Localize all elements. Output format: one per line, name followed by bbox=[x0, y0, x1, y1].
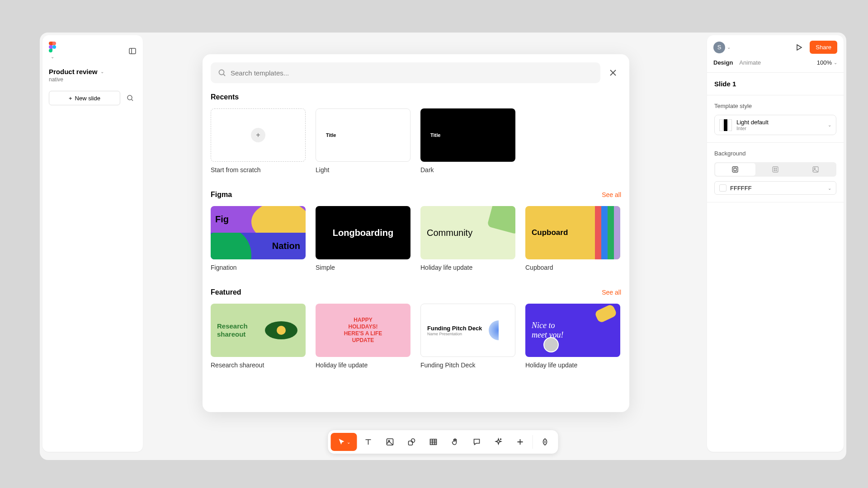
chevron-down-icon: ⌄ bbox=[828, 186, 831, 191]
template-card-cupboard[interactable]: Cupboard Cupboard bbox=[525, 206, 620, 271]
card-label: Holiday life update bbox=[525, 361, 620, 369]
new-slide-button[interactable]: + New slide bbox=[49, 91, 120, 105]
color-value: FFFFFF bbox=[730, 185, 824, 192]
svg-point-10 bbox=[776, 168, 777, 169]
template-card-simple[interactable]: Longboarding Simple bbox=[316, 206, 410, 271]
background-label: Background bbox=[714, 150, 836, 157]
background-color-input[interactable]: FFFFFF ⌄ bbox=[714, 181, 836, 195]
close-icon bbox=[609, 69, 617, 77]
template-card-dark[interactable]: Title Dark bbox=[420, 108, 515, 174]
section-title-featured: Featured bbox=[211, 288, 241, 296]
share-button[interactable]: Share bbox=[810, 41, 837, 54]
svg-point-28 bbox=[500, 439, 501, 440]
card-label: Simple bbox=[316, 264, 410, 271]
search-slides-button[interactable] bbox=[124, 92, 137, 104]
template-card-scratch[interactable]: + Start from scratch bbox=[211, 108, 306, 174]
see-all-featured[interactable]: See all bbox=[602, 289, 621, 296]
background-type-toggle bbox=[714, 162, 836, 177]
document-title: Product review bbox=[49, 68, 98, 75]
svg-rect-1 bbox=[129, 48, 136, 54]
tab-animate[interactable]: Animate bbox=[739, 59, 761, 66]
bg-gradient-option[interactable] bbox=[755, 163, 796, 176]
bg-solid-option[interactable] bbox=[715, 163, 755, 176]
template-card-nice[interactable]: Nice to meet you! Holiday life update bbox=[525, 304, 620, 369]
card-label: Cupboard bbox=[525, 264, 620, 271]
figma-logo-icon[interactable]: ⌄ bbox=[49, 42, 56, 61]
template-card-funding[interactable]: Funding Pitch Deck Name Presentation Fun… bbox=[420, 304, 515, 369]
template-card-fignation[interactable]: Fig Nation Fignation bbox=[211, 206, 306, 271]
svg-point-14 bbox=[814, 168, 815, 169]
present-button[interactable] bbox=[793, 42, 804, 53]
plus-icon: + bbox=[69, 95, 72, 102]
chevron-down-icon: ⌄ bbox=[347, 440, 350, 445]
svg-point-3 bbox=[127, 95, 132, 100]
template-style-label: Template style bbox=[714, 103, 836, 109]
left-panel: ⌄ Product review ⌄ native + New slide bbox=[42, 35, 143, 452]
svg-point-22 bbox=[411, 439, 415, 442]
template-modal: Recents + Start from scratch Title Light… bbox=[203, 54, 629, 412]
thumb-text: Title bbox=[430, 132, 440, 138]
card-label: Start from scratch bbox=[211, 166, 306, 174]
chevron-down-icon: ⌄ bbox=[828, 122, 831, 127]
cursor-tool[interactable]: ⌄ bbox=[331, 433, 357, 451]
dev-mode-tool[interactable] bbox=[535, 433, 556, 451]
see-all-figma[interactable]: See all bbox=[602, 191, 621, 198]
thumb-text: Title bbox=[326, 132, 336, 138]
thumb-text: Cupboard bbox=[532, 228, 568, 237]
thumb-text: Longboarding bbox=[333, 228, 393, 238]
thumb-text: HAPPY HOLIDAYS! HERE'S A LIFE UPDATE bbox=[344, 317, 382, 344]
svg-point-9 bbox=[774, 168, 775, 169]
svg-line-4 bbox=[132, 99, 133, 101]
template-card-holiday[interactable]: HAPPY HOLIDAYS! HERE'S A LIFE UPDATE Hol… bbox=[316, 304, 410, 369]
svg-point-0 bbox=[52, 45, 56, 49]
document-subtitle: native bbox=[49, 76, 137, 83]
table-tool[interactable] bbox=[423, 433, 444, 451]
svg-marker-5 bbox=[797, 45, 802, 50]
card-label: Research shareout bbox=[211, 361, 306, 369]
svg-point-11 bbox=[774, 170, 775, 171]
user-menu[interactable]: S ⌄ bbox=[713, 42, 731, 53]
comment-tool[interactable] bbox=[467, 433, 487, 451]
color-swatch bbox=[719, 184, 726, 192]
panel-toggle-icon[interactable] bbox=[128, 47, 137, 55]
svg-point-12 bbox=[776, 170, 777, 171]
card-label: Holiday life update bbox=[420, 264, 515, 271]
document-title-row[interactable]: Product review ⌄ bbox=[49, 68, 137, 75]
sparkle-tool[interactable] bbox=[488, 433, 509, 451]
card-label: Funding Pitch Deck bbox=[420, 361, 515, 369]
close-button[interactable] bbox=[605, 65, 621, 81]
right-panel: S ⌄ Share Design Animate 100% ⌄ Slide 1 … bbox=[707, 35, 844, 452]
text-tool[interactable] bbox=[358, 433, 379, 451]
hand-tool[interactable] bbox=[445, 433, 466, 451]
tab-design[interactable]: Design bbox=[713, 59, 733, 66]
decorative-stripes bbox=[595, 206, 620, 259]
search-box[interactable] bbox=[211, 62, 600, 83]
decorative-avatar bbox=[543, 337, 559, 352]
thumb-text: Nice to meet you! bbox=[532, 321, 563, 340]
template-thumb-icon bbox=[719, 119, 732, 131]
zoom-control[interactable]: 100% ⌄ bbox=[817, 59, 837, 66]
template-card-community[interactable]: Community Holiday life update bbox=[420, 206, 515, 271]
section-title-figma: Figma bbox=[211, 191, 232, 199]
template-card-research[interactable]: Research shareout Research shareout bbox=[211, 304, 306, 369]
plus-icon: + bbox=[251, 128, 265, 142]
template-style-selector[interactable]: Light default Inter ⌄ bbox=[714, 115, 836, 135]
toolbar-divider bbox=[533, 435, 533, 449]
card-label: Holiday life update bbox=[316, 361, 410, 369]
shape-tool[interactable] bbox=[401, 433, 422, 451]
zoom-value: 100% bbox=[817, 59, 832, 66]
svg-rect-8 bbox=[773, 167, 778, 172]
chevron-down-icon: ⌄ bbox=[727, 45, 731, 50]
thumb-subtext: Name Presentation bbox=[427, 332, 515, 336]
card-label: Dark bbox=[420, 166, 515, 174]
section-title-recents: Recents bbox=[211, 93, 239, 101]
bg-image-option[interactable] bbox=[795, 163, 835, 176]
template-card-light[interactable]: Title Light bbox=[316, 108, 410, 174]
thumb-text: Research shareout bbox=[217, 322, 248, 338]
image-tool[interactable] bbox=[380, 433, 401, 451]
add-tool[interactable] bbox=[510, 433, 531, 451]
thumb-text: Nation bbox=[272, 241, 300, 251]
template-name: Light default bbox=[736, 119, 823, 126]
thumb-text: Community bbox=[427, 228, 472, 238]
search-input[interactable] bbox=[231, 69, 593, 77]
